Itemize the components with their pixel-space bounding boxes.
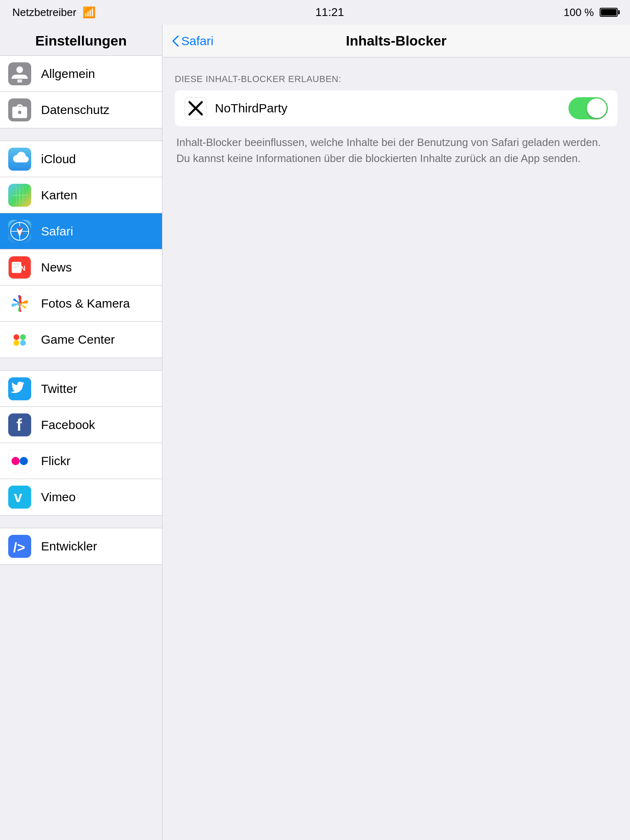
entwickler-label: Entwickler [41, 539, 97, 553]
description-text: Inhalt-Blocker beeinflussen, welche Inha… [175, 135, 618, 167]
entwickler-icon: /> [8, 535, 31, 558]
toggle-knob [587, 98, 607, 118]
sidebar: Einstellungen Allgemein [0, 25, 162, 840]
content-title: Inhalts-Blocker [346, 33, 447, 49]
karten-icon [8, 184, 31, 207]
blocker-row: NoThirdParty [175, 90, 618, 126]
facebook-label: Facebook [41, 418, 95, 432]
svg-rect-23 [8, 328, 31, 351]
sidebar-item-datenschutz[interactable]: Datenschutz [0, 92, 162, 128]
sidebar-item-news[interactable]: N News [0, 249, 162, 285]
flickr-label: Flickr [41, 454, 71, 468]
twitter-icon [8, 377, 31, 400]
svg-point-33 [20, 457, 28, 465]
allgemein-icon [8, 62, 31, 85]
sidebar-header: Einstellungen [0, 25, 162, 55]
blocker-name: NoThirdParty [215, 101, 568, 115]
sidebar-item-twitter[interactable]: Twitter [0, 371, 162, 407]
battery-area: 100 % [564, 6, 618, 19]
svg-rect-17 [14, 263, 20, 265]
gamecenter-icon [8, 328, 31, 351]
sidebar-item-fotos[interactable]: Fotos & Kamera [0, 285, 162, 322]
svg-text:f: f [16, 416, 22, 434]
back-button[interactable]: Safari [172, 34, 213, 48]
sidebar-section-2: iCloud [0, 141, 162, 358]
sidebar-title: Einstellungen [12, 33, 150, 49]
battery-percent: 100 % [564, 6, 594, 19]
svg-rect-19 [14, 267, 18, 268]
sidebar-item-icloud[interactable]: iCloud [0, 141, 162, 177]
status-bar: Netzbetreiber 📶 11:21 100 % [0, 0, 630, 25]
svg-point-0 [16, 66, 23, 73]
carrier-label: Netzbetreiber 📶 [12, 6, 96, 19]
content-body: DIESE INHALT-BLOCKER ERLAUBEN: NoThirdPa… [162, 57, 630, 840]
back-label: Safari [181, 34, 213, 48]
twitter-label: Twitter [41, 382, 77, 396]
icloud-icon [8, 148, 31, 171]
sidebar-item-safari[interactable]: Safari [0, 213, 162, 249]
datenschutz-icon [8, 98, 31, 121]
sidebar-item-gamecenter[interactable]: Game Center [0, 322, 162, 358]
toggle-switch[interactable] [568, 97, 608, 119]
vimeo-icon: v [8, 486, 31, 509]
allgemein-label: Allgemein [41, 67, 95, 81]
karten-label: Karten [41, 188, 77, 202]
sidebar-section-4: /> Entwickler [0, 528, 162, 565]
content-panel: Safari Inhalts-Blocker DIESE INHALT-BLOC… [162, 25, 630, 840]
svg-point-24 [14, 334, 19, 340]
back-chevron-icon [172, 35, 179, 47]
fotos-icon [8, 292, 31, 315]
sidebar-item-flickr[interactable]: Flickr [0, 443, 162, 479]
facebook-icon: f [8, 413, 31, 436]
icloud-label: iCloud [41, 152, 76, 166]
section-label: DIESE INHALT-BLOCKER ERLAUBEN: [175, 74, 618, 84]
nothirdparty-logo-icon [187, 100, 204, 116]
svg-rect-2 [17, 81, 22, 82]
svg-text:N: N [20, 264, 25, 272]
flickr-icon [8, 450, 31, 472]
svg-point-27 [20, 340, 26, 346]
time-label: 11:21 [315, 6, 344, 19]
gamecenter-label: Game Center [41, 333, 115, 347]
sidebar-item-facebook[interactable]: f Facebook [0, 407, 162, 443]
fotos-label: Fotos & Kamera [41, 297, 130, 310]
svg-text:/>: /> [13, 539, 25, 555]
svg-point-32 [11, 457, 20, 465]
svg-point-5 [18, 111, 21, 114]
sidebar-section-3: Twitter f Facebook [0, 370, 162, 516]
blocker-logo [185, 97, 207, 119]
datenschutz-label: Datenschutz [41, 103, 110, 117]
sidebar-item-vimeo[interactable]: v Vimeo [0, 479, 162, 515]
wifi-icon: 📶 [82, 6, 96, 18]
safari-label: Safari [41, 224, 73, 238]
battery-icon [600, 8, 618, 17]
main-layout: Einstellungen Allgemein [0, 25, 630, 840]
svg-rect-18 [14, 266, 20, 267]
news-icon: N [8, 256, 31, 279]
sidebar-item-karten[interactable]: Karten [0, 177, 162, 213]
news-label: News [41, 260, 72, 274]
content-header: Safari Inhalts-Blocker [162, 25, 630, 57]
svg-point-26 [14, 340, 19, 346]
sidebar-section-1: Allgemein Datenschutz [0, 55, 162, 128]
svg-rect-1 [17, 80, 22, 81]
sidebar-item-entwickler[interactable]: /> Entwickler [0, 528, 162, 564]
vimeo-label: Vimeo [41, 490, 76, 504]
safari-icon [8, 220, 31, 243]
sidebar-item-allgemein[interactable]: Allgemein [0, 56, 162, 92]
svg-text:v: v [14, 488, 22, 505]
svg-point-25 [20, 334, 26, 340]
